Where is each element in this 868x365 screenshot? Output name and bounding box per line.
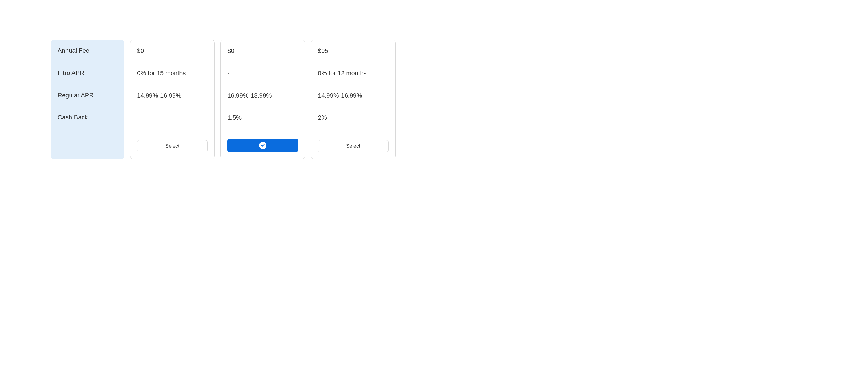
card-0-select-button[interactable]: Select [137,140,208,152]
label-cash-back: Cash Back [58,113,118,122]
card-1: $0 - 16.99%-18.99% 1.5% [220,39,305,159]
card-1-button-wrapper [227,136,298,152]
card-2-select-button[interactable]: Select [318,140,389,152]
label-intro-apr: Intro APR [58,69,118,78]
label-regular-apr: Regular APR [58,91,118,100]
comparison-container: Annual Fee Intro APR Regular APR Cash Ba… [51,39,817,159]
card-0-annual-fee: $0 [137,47,208,55]
card-1-regular-apr: 16.99%-18.99% [227,91,298,100]
card-2-button-wrapper: Select [318,137,389,152]
card-0-cash-back: - [137,113,208,122]
card-1-selected-button[interactable] [227,139,298,152]
label-annual-fee: Annual Fee [58,47,118,55]
card-2-regular-apr: 14.99%-16.99% [318,91,389,100]
card-0-regular-apr: 14.99%-16.99% [137,91,208,100]
card-2-intro-apr: 0% for 12 months [318,69,389,78]
card-1-cash-back: 1.5% [227,113,298,122]
check-circle-icon [259,142,267,149]
card-2-annual-fee: $95 [318,47,389,55]
card-0-intro-apr: 0% for 15 months [137,69,208,78]
card-2: $95 0% for 12 months 14.99%-16.99% 2% Se… [311,39,396,159]
card-1-intro-apr: - [227,69,298,78]
card-0: $0 0% for 15 months 14.99%-16.99% - Sele… [130,39,215,159]
card-1-annual-fee: $0 [227,47,298,55]
card-2-cash-back: 2% [318,113,389,122]
card-0-button-wrapper: Select [137,137,208,152]
labels-column: Annual Fee Intro APR Regular APR Cash Ba… [51,39,124,159]
